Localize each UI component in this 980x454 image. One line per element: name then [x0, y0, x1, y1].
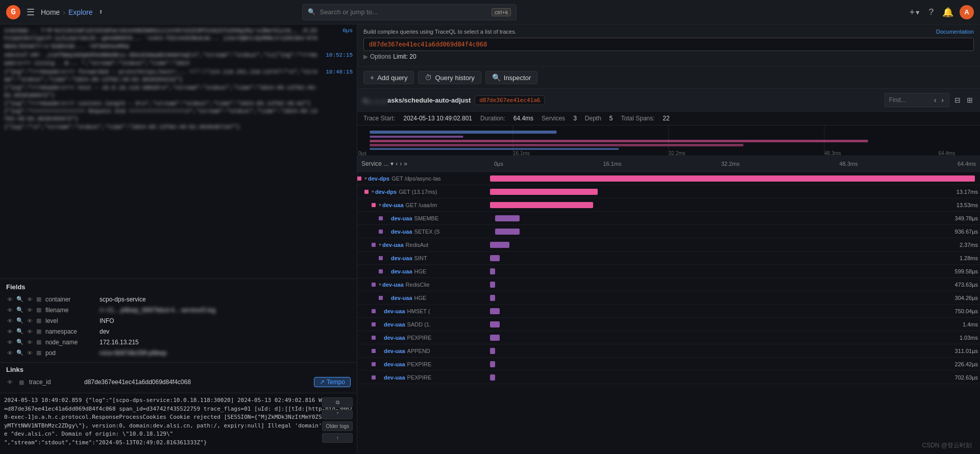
span-row[interactable]: dev-uaa APPEND311.01µs — [357, 344, 980, 358]
span-bar — [490, 308, 500, 314]
find-prev-button[interactable]: ‹ — [933, 95, 938, 105]
span-expand-button[interactable]: ▾ — [378, 202, 382, 208]
spans-list[interactable]: ▾dev-dps GET /dps/async-tas▾dev-dps GET … — [357, 172, 980, 454]
span-row[interactable]: dev-uaa SADD (1.1.4ms — [357, 318, 980, 331]
notification-icon[interactable]: 🔔 — [940, 5, 955, 20]
span-expand-button[interactable]: ▾ — [363, 175, 368, 181]
span-row[interactable]: dev-uaa PEXPIRE1.03ms — [357, 331, 980, 344]
log-entry[interactable]: xDeJn1f-KM~ _zsef0Wq19OqmXR4eBNGdEcy-30A… — [0, 51, 357, 68]
share-icon[interactable]: ⬆ — [97, 6, 105, 18]
field-icons: 👁 🔍 👁 ▦ — [6, 327, 42, 335]
help-icon[interactable]: ? — [926, 5, 936, 19]
chevron-right-icon[interactable]: › — [400, 160, 402, 167]
query-options: ▶ Options Limit: 20 — [363, 51, 974, 62]
span-row[interactable]: ▾dev-uaa RedisAut2.37ms — [357, 238, 980, 251]
query-input[interactable] — [363, 38, 974, 51]
log-entry[interactable]: {"log":"===Headers=== forwarded : proto=… — [0, 68, 357, 132]
tempo-link-button[interactable]: ↗ Tempo — [314, 377, 351, 387]
find-input[interactable] — [889, 96, 930, 104]
span-row[interactable]: ▾dev-uaa RedisClie473.63µs — [357, 278, 980, 291]
field-bar-btn[interactable]: ▦ — [35, 317, 42, 324]
span-duration: 226.42µs — [955, 361, 980, 367]
field-stats-btn[interactable]: 👁 — [26, 339, 34, 346]
home-link[interactable]: Home — [41, 8, 60, 16]
more-icon[interactable]: » — [404, 160, 407, 167]
field-bar-btn[interactable]: ▦ — [35, 306, 42, 314]
trace-expand-button[interactable]: ⊞ — [966, 95, 974, 105]
field-bar-btn[interactable]: ▦ — [35, 338, 42, 346]
span-row[interactable]: dev-uaa SMEMBE349.78µs — [357, 212, 980, 225]
ruler-4: 64.4ms — [958, 161, 976, 167]
field-zoom-btn[interactable]: 🔍 — [15, 295, 24, 303]
field-bar-btn[interactable]: ▦ — [35, 349, 42, 357]
span-name-col: ▾dev-uaa GET /uaa/im — [357, 202, 490, 208]
add-icon[interactable]: +▾ — [908, 5, 923, 20]
older-logs-button[interactable]: Older logs — [322, 421, 353, 431]
field-eye-btn[interactable]: 👁 — [6, 328, 14, 335]
field-stats-btn[interactable]: 👁 — [26, 328, 34, 335]
field-zoom-btn[interactable]: 🔍 — [15, 349, 24, 357]
field-bar-btn[interactable]: ▦ — [35, 295, 42, 303]
span-operation-name: HGE — [414, 295, 427, 301]
hamburger-menu[interactable]: ☰ — [24, 5, 37, 20]
field-eye-btn[interactable]: 👁 — [6, 307, 14, 314]
expand-icon[interactable]: ▶ — [363, 53, 368, 60]
scroll-up-button[interactable]: ↑ — [322, 433, 353, 443]
link-bar-btn[interactable]: ▦ — [18, 379, 25, 386]
field-stats-btn[interactable]: 👁 — [26, 307, 34, 314]
field-stats-btn[interactable]: 👁 — [26, 349, 34, 357]
span-row[interactable]: ▾dev-dps GET /dps/async-tas — [357, 172, 980, 185]
copy-log-button[interactable]: ⧉ — [322, 397, 353, 408]
span-row[interactable]: ▾dev-dps GET (13.17ms)13.17ms — [357, 185, 980, 198]
span-duration: 599.58µs — [955, 268, 980, 274]
span-row[interactable]: dev-uaa HGE304.26µs — [357, 291, 980, 305]
span-row[interactable]: dev-uaa HMSET (750.04µs — [357, 305, 980, 318]
span-expand-button[interactable]: ▾ — [371, 189, 375, 194]
field-bar-btn[interactable]: ▦ — [35, 327, 42, 335]
field-zoom-btn[interactable]: 🔍 — [15, 306, 24, 314]
span-color-dot — [357, 176, 361, 181]
service-col-header[interactable]: Service ... ▾ ‹ › » — [357, 158, 490, 169]
field-zoom-btn[interactable]: 🔍 — [15, 327, 24, 335]
field-eye-btn[interactable]: 👁 — [6, 296, 14, 303]
field-eye-btn[interactable]: 👁 — [6, 317, 14, 324]
span-expand-button[interactable]: ▾ — [378, 282, 382, 287]
trace-find[interactable]: ‹ › — [885, 93, 949, 107]
field-zoom-btn[interactable]: 🔍 — [15, 338, 24, 346]
trace-collapse-button[interactable]: ⊟ — [953, 95, 962, 105]
span-row[interactable]: ▾dev-uaa GET /uaa/im13.53ms — [357, 198, 980, 212]
doc-link[interactable]: Documentation — [936, 29, 974, 35]
log-entry[interactable]: vcm10aW... T~M~%zI10sImF1ZCI6ImFwc19zeXN… — [0, 27, 357, 51]
span-service-name: dev-uaa — [384, 361, 405, 367]
query-history-button[interactable]: ⏱ Query history — [418, 71, 481, 84]
search-input[interactable] — [320, 8, 487, 16]
span-row[interactable]: dev-uaa SETEX (S936.67µs — [357, 225, 980, 238]
log-entries[interactable]: vcm10aW... T~M~%zI10sImF1ZCI6ImFwc19zeXN… — [0, 24, 357, 279]
span-row[interactable]: dev-uaa PEXPIRE226.42µs — [357, 358, 980, 371]
span-row[interactable]: dev-uaa PEXPIRE702.63µs — [357, 371, 980, 384]
field-zoom-btn[interactable]: 🔍 — [15, 317, 24, 324]
field-stats-btn[interactable]: 👁 — [26, 296, 34, 303]
explore-link[interactable]: Explore — [68, 8, 92, 16]
add-query-button[interactable]: + Add query — [363, 71, 414, 84]
bottom-log-panel[interactable]: 2024-05-13 10:49:02.859 {"log":"[scpo-dp… — [0, 393, 357, 454]
global-search[interactable]: 🔍 ctrl+k — [302, 4, 517, 20]
span-expand-button[interactable]: ▾ — [378, 242, 382, 247]
chevron-left-icon[interactable]: ‹ — [396, 160, 398, 167]
link-eye-btn[interactable]: 👁 — [6, 379, 14, 386]
span-operation-name: HGE — [414, 268, 427, 274]
span-bar — [495, 215, 520, 221]
field-eye-btn[interactable]: 👁 — [6, 339, 14, 346]
span-service-name: dev-uaa — [382, 202, 404, 208]
log-text: xDeJn1f-KM~ _zsef0Wq19OqmXR4eBNGdEcy-30A… — [4, 52, 320, 67]
span-service-name: dev-uaa — [384, 374, 405, 381]
span-row[interactable]: dev-uaa HGE599.58µs — [357, 265, 980, 278]
find-next-button[interactable]: › — [940, 95, 945, 105]
field-stats-btn[interactable]: 👁 — [26, 317, 34, 324]
inspector-button[interactable]: 🔍 Inspector — [485, 71, 537, 84]
avatar[interactable]: A — [960, 5, 974, 19]
span-row[interactable]: dev-uaa SINT1.28ms — [357, 251, 980, 265]
services-label: Services — [542, 115, 565, 122]
collapse-log-button[interactable]: ˅ — [322, 410, 353, 419]
field-eye-btn[interactable]: 👁 — [6, 349, 14, 357]
